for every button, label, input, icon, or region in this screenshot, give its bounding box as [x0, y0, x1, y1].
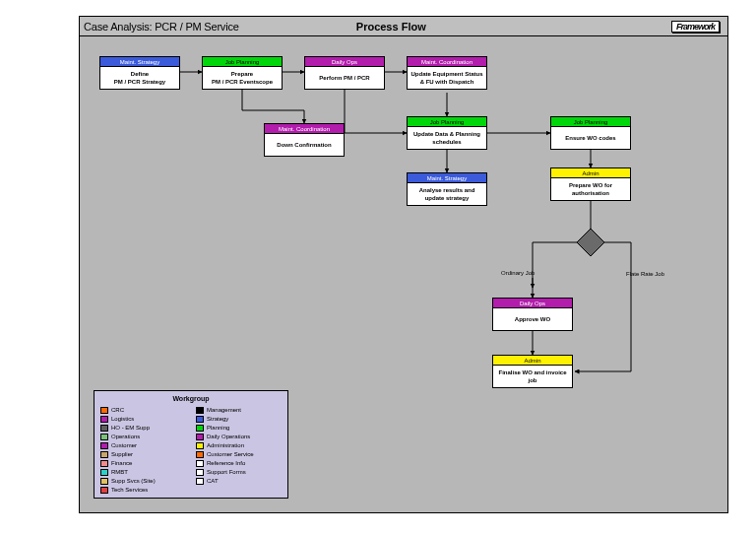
legend-label: Strategy: [207, 415, 228, 423]
legend-swatch: [100, 407, 108, 414]
label-ordinary-job: Ordinary Job: [501, 270, 535, 276]
legend-item: HO - EM Supp: [100, 424, 186, 432]
legend-label: Customer Service: [207, 450, 254, 458]
box-analyse-results: Maint. Strategy Analyse results and upda…: [407, 172, 487, 206]
legend-label: CRC: [111, 406, 124, 414]
box-prepare-eventscope: Job Planning PreparePM / PCR Eventscope: [202, 56, 283, 90]
legend-label: RMBT: [111, 468, 128, 476]
box-perform-pm-pcr: Daily Ops Perform PM / PCR: [304, 56, 385, 90]
box-update-data: Job Planning Update Data & Planning sche…: [407, 116, 487, 150]
legend-col-1: CRCLogisticsHO - EM SuppOperationsCustom…: [100, 406, 186, 495]
legend-swatch: [100, 478, 108, 485]
legend-swatch: [196, 425, 204, 432]
title-right: Process Flow: [346, 21, 671, 33]
legend-label: Supp Svcs (Site): [111, 477, 156, 485]
box-body: PreparePM / PCR Eventscope: [203, 67, 282, 89]
legend-swatch: [100, 425, 108, 432]
svg-marker-13: [577, 229, 604, 256]
box-head: Admin: [493, 356, 572, 366]
legend-label: HO - EM Supp: [111, 424, 150, 432]
box-update-equipment: Maint. Coordination Update Equipment Sta…: [407, 56, 487, 90]
legend-label: Daily Operations: [207, 433, 250, 440]
box-approve-wo: Daily Ops Approve WO: [492, 298, 573, 331]
title-left: Case Analysis: PCR / PM Service: [80, 21, 346, 33]
framework-badge: Framework: [671, 21, 720, 33]
box-body: Down Confirmation: [265, 134, 344, 156]
box-head: Maint. Coordination: [265, 124, 344, 134]
legend-label: Administration: [207, 441, 244, 449]
legend-item: Support Forms: [196, 468, 282, 476]
box-ensure-wo-codes: Job Planning Ensure WO codes: [550, 116, 631, 150]
legend-item: Management: [196, 406, 282, 414]
legend-columns: CRCLogisticsHO - EM SuppOperationsCustom…: [100, 406, 282, 495]
legend-item: Tech Services: [100, 486, 186, 494]
legend-title: Workgroup: [100, 395, 282, 402]
box-head: Job Planning: [551, 117, 630, 127]
legend-swatch: [196, 434, 204, 440]
legend-label: Planning: [207, 424, 229, 432]
legend-swatch: [100, 469, 108, 476]
legend-label: Finance: [111, 459, 132, 467]
legend-swatch: [196, 442, 204, 449]
box-body: DefinePM / PCR Strategy: [100, 67, 179, 89]
box-body: Prepare WO for authorisation: [551, 178, 630, 200]
legend-item: Planning: [196, 424, 282, 432]
legend-label: Customer: [111, 441, 137, 449]
legend-swatch: [100, 416, 108, 423]
box-head: Maint. Strategy: [408, 173, 486, 183]
legend-item: Supp Svcs (Site): [100, 477, 186, 485]
legend-swatch: [196, 407, 204, 414]
legend-label: Logistics: [111, 415, 134, 423]
legend-item: Logistics: [100, 415, 186, 423]
box-head: Admin: [551, 168, 630, 178]
legend-swatch: [100, 442, 108, 449]
legend-item: CAT: [196, 477, 282, 485]
box-body: Update Equipment Status & FU with Dispat…: [408, 67, 486, 89]
title-bar: Case Analysis: PCR / PM Service Process …: [80, 17, 727, 36]
legend-item: CRC: [100, 406, 186, 414]
legend-label: Tech Services: [111, 486, 148, 494]
legend-item: Strategy: [196, 415, 282, 423]
legend-item: Finance: [100, 459, 186, 467]
box-head: Daily Ops: [305, 57, 384, 67]
legend-label: CAT: [207, 477, 219, 485]
legend-item: Supplier: [100, 450, 186, 458]
legend-swatch: [196, 460, 204, 467]
legend-swatch: [100, 487, 108, 494]
box-finalise-wo: Admin Finalise WO and invoice job: [492, 355, 573, 388]
diagram-canvas: Case Analysis: PCR / PM Service Process …: [79, 16, 728, 513]
legend-label: Operations: [111, 433, 140, 440]
box-body: Analyse results and update strategy: [408, 183, 486, 205]
legend-swatch: [100, 451, 108, 458]
box-body: Finalise WO and invoice job: [493, 366, 572, 387]
legend-item: Reference Info: [196, 459, 282, 467]
legend-swatch: [100, 434, 108, 440]
legend-item: Administration: [196, 441, 282, 449]
legend-swatch: [196, 469, 204, 476]
legend-label: Management: [207, 406, 241, 414]
legend-workgroup: Workgroup CRCLogisticsHO - EM SuppOperat…: [94, 390, 288, 499]
box-head: Maint. Strategy: [100, 57, 179, 67]
label-flat-rate-job: Flate Rate Job: [626, 271, 664, 277]
legend-item: Daily Operations: [196, 433, 282, 440]
legend-swatch: [196, 478, 204, 485]
legend-swatch: [100, 460, 108, 467]
box-body: Update Data & Planning schedules: [408, 127, 486, 149]
box-head: Job Planning: [408, 117, 486, 127]
legend-item: RMBT: [100, 468, 186, 476]
box-body: Approve WO: [493, 308, 572, 330]
box-head: Daily Ops: [493, 299, 572, 308]
box-body: Ensure WO codes: [551, 127, 630, 149]
legend-label: Support Forms: [207, 468, 246, 476]
box-define-strategy: Maint. Strategy DefinePM / PCR Strategy: [99, 56, 180, 90]
box-head: Job Planning: [203, 57, 282, 67]
box-prepare-wo: Admin Prepare WO for authorisation: [550, 167, 631, 201]
box-body: Perform PM / PCR: [305, 67, 384, 89]
legend-label: Supplier: [111, 450, 133, 458]
legend-label: Reference Info: [207, 459, 245, 467]
legend-item: Customer: [100, 441, 186, 449]
legend-swatch: [196, 451, 204, 458]
legend-col-2: ManagementStrategyPlanningDaily Operatio…: [196, 406, 282, 495]
legend-item: Customer Service: [196, 450, 282, 458]
legend-item: Operations: [100, 433, 186, 440]
